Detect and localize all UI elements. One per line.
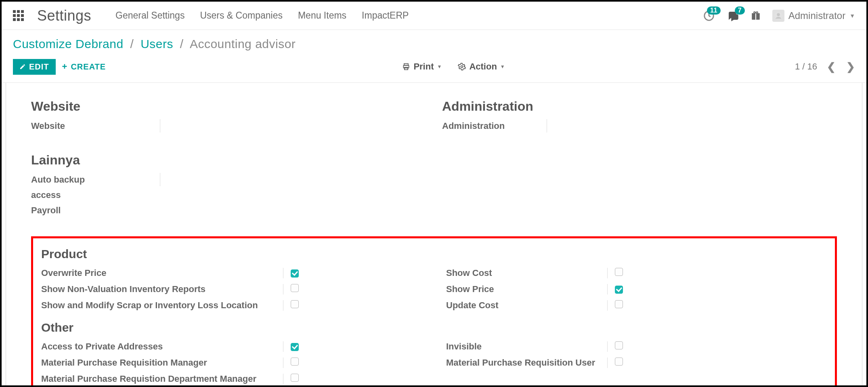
create-button[interactable]: + Create	[56, 58, 113, 75]
svg-point-5	[777, 13, 780, 16]
pager-prev[interactable]: ❮	[827, 61, 836, 73]
breadcrumb-sep: /	[177, 37, 187, 50]
checkbox[interactable]	[291, 343, 299, 351]
action-label: Action	[469, 61, 497, 72]
checkbox[interactable]	[291, 374, 299, 382]
field-label: Material Purchase Requisition User	[446, 358, 608, 368]
caret-down-icon: ▼	[437, 64, 442, 69]
field-row: access	[31, 187, 426, 202]
field-row: Administration	[442, 118, 837, 133]
main-scroll[interactable]: Settings General Settings Users & Compan…	[2, 2, 866, 385]
group-title: Website	[31, 99, 426, 114]
caret-down-icon: ▼	[500, 64, 505, 69]
breadcrumb-link[interactable]: Users	[140, 37, 173, 50]
apps-icon[interactable]	[13, 10, 24, 21]
menu-menu-items[interactable]: Menu Items	[298, 10, 346, 21]
discuss-badge: 7	[735, 6, 745, 15]
field-label: Overwrite Price	[41, 268, 283, 278]
field-label: Material Purchase Requisition Manager	[41, 358, 283, 368]
menu-impacterp[interactable]: ImpactERP	[362, 10, 409, 21]
form-col-right: Administration Administration	[442, 92, 837, 218]
field-label: Show Non-Valuation Inventory Reports	[41, 284, 283, 294]
field-label: Show and Modify Scrap or Inventory Loss …	[41, 300, 283, 311]
field-label: Access to Private Addresses	[41, 341, 283, 352]
avatar	[772, 10, 784, 22]
field-row: Website	[31, 118, 426, 133]
edit-button[interactable]: Edit	[13, 59, 56, 75]
pager-value[interactable]: 1 / 16	[795, 61, 817, 72]
action-dropdown[interactable]: Action ▼	[458, 61, 505, 72]
field-row: Payroll	[31, 202, 426, 218]
user-menu[interactable]: Administrator ▼	[772, 10, 855, 22]
systray: 11 7 Administrator ▼	[703, 10, 855, 22]
discuss-icon[interactable]: 7	[726, 10, 739, 22]
svg-rect-3	[755, 13, 756, 19]
menu-general-settings[interactable]: General Settings	[115, 10, 185, 21]
checkbox[interactable]	[291, 300, 299, 308]
checkbox[interactable]	[291, 284, 299, 292]
checkbox[interactable]	[615, 358, 623, 366]
checkbox[interactable]	[615, 341, 623, 349]
app-title: Settings	[37, 7, 91, 24]
field-label: Invisible	[446, 341, 608, 352]
field-label: access	[31, 188, 160, 202]
svg-point-9	[461, 66, 463, 68]
field-label: Show Price	[446, 284, 608, 294]
group-title: Other	[41, 321, 422, 334]
checkbox[interactable]	[291, 269, 299, 278]
checkbox[interactable]	[615, 268, 623, 276]
user-name: Administrator	[788, 10, 845, 21]
field-label: Show Cost	[446, 268, 608, 278]
edit-label: Edit	[29, 62, 49, 72]
group-title: Lainnya	[31, 153, 426, 168]
menu-users-companies[interactable]: Users & Companies	[200, 10, 283, 21]
gift-icon[interactable]	[751, 11, 761, 21]
print-label: Print	[413, 61, 434, 72]
breadcrumb-sep: /	[127, 37, 137, 50]
field-label: Update Cost	[446, 300, 608, 311]
checkbox[interactable]	[291, 358, 299, 366]
create-label: Create	[71, 62, 106, 72]
checkbox[interactable]	[615, 286, 623, 294]
group-title: Product	[41, 247, 422, 261]
breadcrumb-link[interactable]: Customize Debrand	[13, 37, 124, 50]
form-col-left: Website Website Lainnya Auto backup acce…	[31, 92, 426, 218]
highlight-col-right: . Show Cost Show Price Update Cost . Inv…	[446, 244, 827, 385]
navbar: Settings General Settings Users & Compan…	[2, 2, 866, 30]
print-dropdown[interactable]: Print ▼	[402, 61, 442, 72]
pager-next[interactable]: ❯	[846, 61, 855, 73]
field-label: Payroll	[31, 204, 160, 217]
field-label: Administration	[442, 119, 547, 133]
checkbox[interactable]	[615, 300, 623, 308]
top-menu: General Settings Users & Companies Menu …	[115, 10, 409, 21]
breadcrumb: Customize Debrand / Users / Accounting a…	[2, 30, 866, 54]
highlight-col-left: Product Overwrite Price Show Non-Valuati…	[41, 244, 422, 385]
caret-down-icon: ▼	[849, 13, 855, 19]
field-label: Website	[31, 119, 160, 133]
breadcrumb-current: Accounting advisor	[190, 37, 296, 50]
field-row: Auto backup	[31, 172, 426, 187]
activities-icon[interactable]: 11	[703, 10, 715, 22]
control-panel: Edit + Create Print ▼ Action ▼ 1 /	[2, 54, 866, 83]
field-label: Material Purchase Requistion Department …	[41, 374, 283, 384]
activities-badge: 11	[707, 6, 721, 15]
field-label: Auto backup	[31, 173, 160, 186]
form-sheet: Website Website Lainnya Auto backup acce…	[6, 83, 862, 385]
highlight-box: Product Overwrite Price Show Non-Valuati…	[31, 236, 837, 385]
group-title: Administration	[442, 99, 837, 114]
